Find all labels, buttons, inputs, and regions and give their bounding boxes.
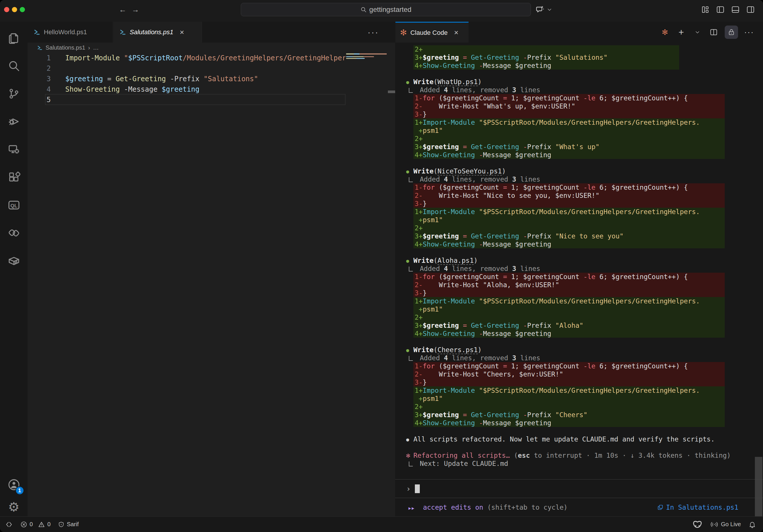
overview-ruler-handle[interactable]: [388, 90, 395, 93]
code-token: psm1": [423, 305, 443, 313]
diff-line-number: 3: [415, 53, 419, 61]
more-actions-icon[interactable]: ···: [744, 26, 754, 39]
split-editor-icon[interactable]: [708, 26, 719, 39]
diff-line: 2- Write-Host "What's up, $env:USER!": [413, 102, 725, 110]
powershell-file-icon: [37, 45, 43, 51]
window-controls: [4, 7, 25, 12]
breadcrumb-symbol[interactable]: …: [93, 45, 99, 51]
code-token: 6; $greetingCount++) {: [595, 94, 688, 102]
claude-session-icon[interactable]: ✻: [660, 26, 670, 39]
search-icon: [360, 6, 367, 13]
tool-call-header: ●Write(WhatUp.ps1): [406, 78, 754, 86]
run-debug-icon[interactable]: [0, 108, 28, 136]
chained-links-icon[interactable]: [0, 219, 28, 247]
search-sidebar-icon[interactable]: [0, 52, 28, 80]
code-token: [459, 411, 463, 419]
tool-result: Added 4 lines, removed 3 lines: [406, 175, 754, 183]
code-token: [475, 330, 479, 337]
diff-sign: -: [419, 94, 423, 102]
session-dropdown-icon[interactable]: [692, 26, 703, 39]
diff-sign: -: [419, 273, 423, 281]
code-token: [459, 143, 463, 151]
back-icon[interactable]: ←: [119, 5, 127, 14]
tool-file: WhatUp.ps1: [437, 78, 478, 86]
problems-indicator[interactable]: 0 0: [20, 521, 51, 528]
remote-explorer-icon[interactable]: [0, 136, 28, 163]
notifications-bell-icon[interactable]: [748, 521, 756, 528]
code-token: -: [523, 232, 527, 240]
tab-salutations[interactable]: Salutations.ps1 ×: [113, 22, 202, 43]
diff-line-number: 1: [415, 94, 419, 102]
code-token: 6; $greetingCount++) {: [595, 273, 688, 280]
code-token: -: [523, 322, 527, 329]
claude-prompt-input[interactable]: ›: [395, 479, 763, 498]
tab-helloworld[interactable]: HelloWorld.ps1: [28, 22, 113, 43]
code-token: $greeting: [515, 62, 552, 69]
customize-layout-icon[interactable]: [701, 5, 709, 14]
code-token: -le: [584, 94, 596, 102]
code-token: Message: [483, 330, 515, 337]
mode-chevrons-icon: ▶▶: [408, 506, 415, 511]
diff-line: 3+$greeting = Get-Greeting -Prefix "Aloh…: [413, 321, 725, 330]
code-token: -: [479, 151, 483, 159]
code-line: [65, 63, 346, 74]
accounts-badge: 1: [15, 486, 24, 495]
editor-more-actions[interactable]: ···: [368, 22, 379, 43]
tab-claude-code[interactable]: ✻ Claude Code ×: [395, 22, 469, 43]
explorer-icon[interactable]: [0, 24, 28, 52]
lock-editor-group-icon[interactable]: [725, 26, 738, 39]
diff-sign: +: [419, 127, 423, 135]
diff-line: 3-}: [413, 110, 725, 118]
breadcrumb-file[interactable]: Salutations.ps1: [46, 45, 85, 51]
diff-sign: +: [419, 61, 423, 70]
code-token: for: [423, 94, 435, 102]
remote-indicator[interactable]: [5, 521, 13, 528]
settings-gear-icon[interactable]: ⚙: [8, 501, 19, 513]
broadcast-icon: [710, 521, 718, 528]
sarif-status-item[interactable]: Sarif: [58, 521, 79, 528]
close-tab-icon[interactable]: ×: [179, 28, 184, 37]
extensions-icon[interactable]: [0, 163, 28, 191]
command-center-search[interactable]: gettingstarted: [241, 3, 531, 16]
zoom-window-button[interactable]: [20, 7, 25, 12]
breadcrumb[interactable]: Salutations.ps1 › …: [37, 45, 99, 51]
accounts-icon[interactable]: 1: [7, 478, 21, 492]
new-session-button[interactable]: +: [676, 26, 687, 39]
minimize-window-button[interactable]: [12, 7, 17, 12]
diff-sign: -: [419, 102, 423, 110]
code-token: for: [423, 273, 435, 280]
diff-line: 2+: [413, 45, 679, 53]
diff-sign: +: [419, 118, 423, 127]
diff-line: 4+Show-Greeting -Message $greeting: [413, 419, 725, 427]
source-control-icon[interactable]: [0, 80, 28, 108]
minimap[interactable]: [346, 53, 388, 88]
container-icon[interactable]: [0, 247, 28, 275]
diff-sign: +: [419, 305, 423, 313]
codeql-icon[interactable]: QL: [0, 191, 28, 219]
close-tab-icon[interactable]: ×: [454, 28, 458, 37]
diff-removed-block: 1-for ($greetingCount = 1; $greetingCoun…: [413, 273, 725, 297]
code-token: $greeting: [162, 85, 199, 93]
code-token: for: [423, 362, 435, 370]
editor-context[interactable]: In Salutations.ps1: [657, 503, 738, 511]
toggle-secondary-sidebar-icon[interactable]: [746, 5, 755, 14]
toggle-primary-sidebar-icon[interactable]: [716, 5, 725, 14]
tool-bullet-icon: ●: [406, 167, 413, 175]
diff-added-block: 1+Import-Module "$PSScriptRoot/Modules/G…: [413, 118, 725, 159]
copilot-chat-button[interactable]: [535, 5, 552, 15]
claude-code-panel[interactable]: 2+3+$greeting = Get-Greeting -Prefix "Sa…: [395, 43, 763, 516]
toggle-panel-icon[interactable]: [731, 5, 740, 14]
diff-line: 2+: [413, 403, 725, 411]
panel-scrollbar[interactable]: [755, 457, 762, 516]
close-window-button[interactable]: [4, 7, 9, 12]
result-elbow-icon: [409, 177, 413, 182]
claude-transcript: 2+3+$greeting = Get-Greeting -Prefix "Sa…: [395, 45, 754, 479]
text-cursor: [415, 484, 420, 493]
go-live-button[interactable]: Go Live: [710, 521, 741, 528]
code-area[interactable]: Import-Module "$PSScriptRoot/Modules/Gre…: [65, 53, 346, 105]
permission-mode[interactable]: accept edits on: [423, 503, 483, 511]
editor-pane[interactable]: Salutations.ps1 › … 12345 Import-Module …: [28, 43, 395, 516]
copilot-status-icon[interactable]: [693, 521, 703, 528]
code-token: Prefix: [527, 143, 555, 151]
forward-icon[interactable]: →: [132, 5, 139, 14]
